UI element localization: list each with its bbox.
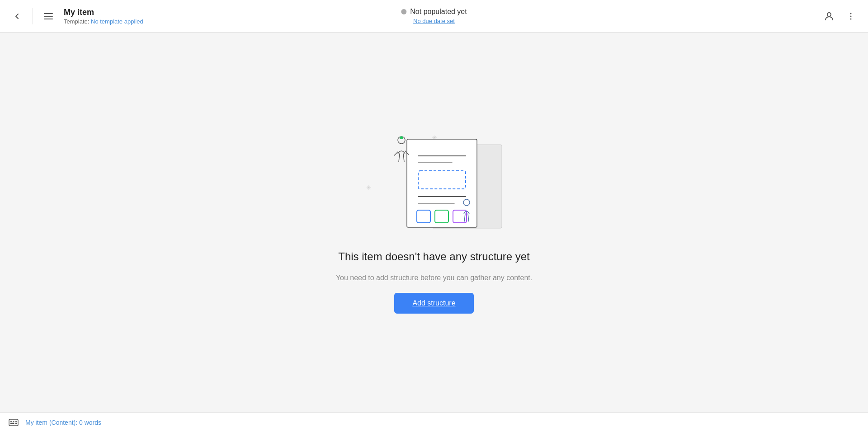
status-row: Not populated yet xyxy=(401,8,467,16)
header-title-block: My item Template: No template applied xyxy=(64,8,143,25)
svg-rect-23 xyxy=(15,421,17,422)
template-label: Template: xyxy=(64,18,89,25)
header: My item Template: No template applied No… xyxy=(0,0,868,33)
header-left: My item Template: No template applied xyxy=(9,8,143,25)
due-date-label[interactable]: No due date set xyxy=(413,18,455,24)
main-content: ✳ ✳ ✳ xyxy=(0,33,868,412)
empty-state-title: This item doesn't have any structure yet xyxy=(338,250,529,263)
empty-state: ✳ ✳ ✳ xyxy=(336,131,532,314)
template-info: Template: No template applied xyxy=(64,18,143,25)
svg-rect-21 xyxy=(10,421,12,422)
footer: My item (Content): 0 words xyxy=(0,412,868,432)
more-options-icon[interactable] xyxy=(843,8,859,24)
menu-icon[interactable] xyxy=(40,8,57,24)
svg-rect-18 xyxy=(400,136,403,139)
footer-word-count: 0 words xyxy=(79,419,101,426)
user-icon[interactable] xyxy=(821,8,837,24)
header-center: Not populated yet No due date set xyxy=(401,8,467,24)
svg-point-0 xyxy=(827,13,831,16)
footer-item-label: My item (Content): 0 words xyxy=(25,419,101,426)
svg-point-1 xyxy=(850,13,852,14)
add-structure-button[interactable]: Add structure xyxy=(394,293,473,314)
svg-point-3 xyxy=(850,18,852,19)
status-dot xyxy=(401,9,406,14)
svg-rect-27 xyxy=(12,423,13,424)
footer-item-name: My item (Content): xyxy=(25,419,77,426)
header-right xyxy=(821,8,859,24)
hamburger-lines xyxy=(44,13,53,19)
svg-text:✳: ✳ xyxy=(366,184,372,191)
svg-point-2 xyxy=(850,15,852,17)
header-divider xyxy=(33,8,33,24)
svg-rect-24 xyxy=(10,423,12,424)
svg-rect-25 xyxy=(13,423,14,424)
back-button[interactable] xyxy=(9,8,25,24)
page-title: My item xyxy=(64,8,143,17)
empty-state-subtitle: You need to add structure before you can… xyxy=(336,274,532,282)
status-label: Not populated yet xyxy=(410,8,467,16)
svg-rect-22 xyxy=(13,421,14,422)
svg-rect-26 xyxy=(15,423,17,424)
svg-rect-20 xyxy=(9,419,18,426)
empty-illustration: ✳ ✳ ✳ xyxy=(362,131,506,239)
keyboard-icon xyxy=(7,416,20,429)
template-link[interactable]: No template applied xyxy=(91,18,143,25)
